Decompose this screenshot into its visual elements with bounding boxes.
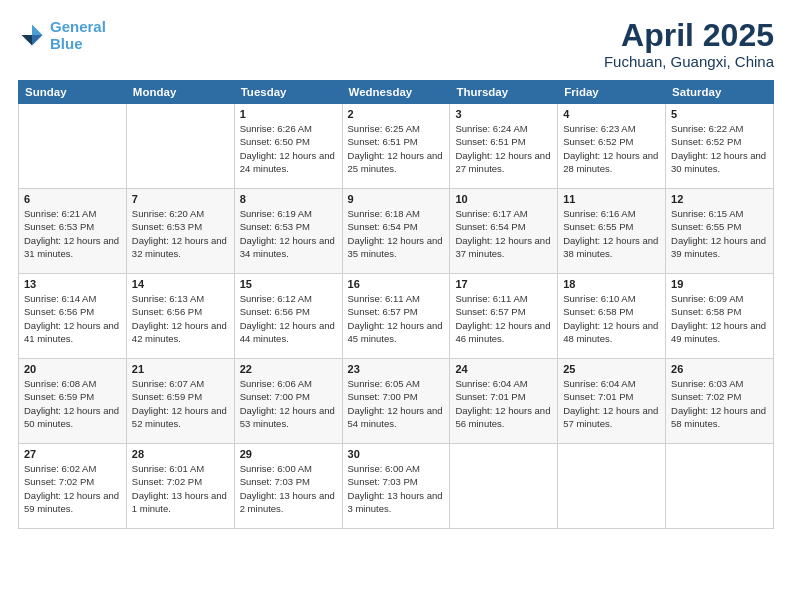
calendar-week-2: 6Sunrise: 6:21 AMSunset: 6:53 PMDaylight… <box>19 189 774 274</box>
day-info: Sunrise: 6:21 AMSunset: 6:53 PMDaylight:… <box>24 207 121 260</box>
col-tuesday: Tuesday <box>234 81 342 104</box>
day-info: Sunrise: 6:13 AMSunset: 6:56 PMDaylight:… <box>132 292 229 345</box>
calendar-subtitle: Fuchuan, Guangxi, China <box>604 53 774 70</box>
day-number: 15 <box>240 278 337 290</box>
day-info: Sunrise: 6:00 AMSunset: 7:03 PMDaylight:… <box>240 462 337 515</box>
day-number: 5 <box>671 108 768 120</box>
col-monday: Monday <box>126 81 234 104</box>
day-number: 28 <box>132 448 229 460</box>
day-number: 20 <box>24 363 121 375</box>
day-number: 2 <box>348 108 445 120</box>
day-info: Sunrise: 6:20 AMSunset: 6:53 PMDaylight:… <box>132 207 229 260</box>
calendar-cell: 28Sunrise: 6:01 AMSunset: 7:02 PMDayligh… <box>126 444 234 529</box>
calendar-cell <box>19 104 127 189</box>
day-info: Sunrise: 6:06 AMSunset: 7:00 PMDaylight:… <box>240 377 337 430</box>
day-number: 27 <box>24 448 121 460</box>
logo-text: General Blue <box>50 18 106 53</box>
calendar-cell: 2Sunrise: 6:25 AMSunset: 6:51 PMDaylight… <box>342 104 450 189</box>
calendar-cell: 27Sunrise: 6:02 AMSunset: 7:02 PMDayligh… <box>19 444 127 529</box>
day-info: Sunrise: 6:15 AMSunset: 6:55 PMDaylight:… <box>671 207 768 260</box>
calendar-cell: 5Sunrise: 6:22 AMSunset: 6:52 PMDaylight… <box>666 104 774 189</box>
day-number: 7 <box>132 193 229 205</box>
calendar-table: Sunday Monday Tuesday Wednesday Thursday… <box>18 80 774 529</box>
day-info: Sunrise: 6:22 AMSunset: 6:52 PMDaylight:… <box>671 122 768 175</box>
day-number: 14 <box>132 278 229 290</box>
day-number: 17 <box>455 278 552 290</box>
day-number: 19 <box>671 278 768 290</box>
calendar-cell: 12Sunrise: 6:15 AMSunset: 6:55 PMDayligh… <box>666 189 774 274</box>
calendar-cell <box>450 444 558 529</box>
calendar-cell: 18Sunrise: 6:10 AMSunset: 6:58 PMDayligh… <box>558 274 666 359</box>
calendar-week-4: 20Sunrise: 6:08 AMSunset: 6:59 PMDayligh… <box>19 359 774 444</box>
day-number: 26 <box>671 363 768 375</box>
day-number: 1 <box>240 108 337 120</box>
page: General Blue April 2025 Fuchuan, Guangxi… <box>0 0 792 612</box>
day-info: Sunrise: 6:01 AMSunset: 7:02 PMDaylight:… <box>132 462 229 515</box>
day-info: Sunrise: 6:23 AMSunset: 6:52 PMDaylight:… <box>563 122 660 175</box>
calendar-cell: 19Sunrise: 6:09 AMSunset: 6:58 PMDayligh… <box>666 274 774 359</box>
title-block: April 2025 Fuchuan, Guangxi, China <box>604 18 774 70</box>
calendar-week-3: 13Sunrise: 6:14 AMSunset: 6:56 PMDayligh… <box>19 274 774 359</box>
col-wednesday: Wednesday <box>342 81 450 104</box>
col-thursday: Thursday <box>450 81 558 104</box>
day-number: 29 <box>240 448 337 460</box>
day-number: 18 <box>563 278 660 290</box>
day-info: Sunrise: 6:09 AMSunset: 6:58 PMDaylight:… <box>671 292 768 345</box>
calendar-cell: 11Sunrise: 6:16 AMSunset: 6:55 PMDayligh… <box>558 189 666 274</box>
day-number: 9 <box>348 193 445 205</box>
calendar-cell: 20Sunrise: 6:08 AMSunset: 6:59 PMDayligh… <box>19 359 127 444</box>
day-info: Sunrise: 6:11 AMSunset: 6:57 PMDaylight:… <box>348 292 445 345</box>
day-info: Sunrise: 6:18 AMSunset: 6:54 PMDaylight:… <box>348 207 445 260</box>
calendar-cell: 6Sunrise: 6:21 AMSunset: 6:53 PMDaylight… <box>19 189 127 274</box>
col-friday: Friday <box>558 81 666 104</box>
calendar-cell: 24Sunrise: 6:04 AMSunset: 7:01 PMDayligh… <box>450 359 558 444</box>
col-sunday: Sunday <box>19 81 127 104</box>
day-number: 11 <box>563 193 660 205</box>
col-saturday: Saturday <box>666 81 774 104</box>
day-number: 16 <box>348 278 445 290</box>
day-number: 25 <box>563 363 660 375</box>
header-row: Sunday Monday Tuesday Wednesday Thursday… <box>19 81 774 104</box>
day-number: 21 <box>132 363 229 375</box>
day-info: Sunrise: 6:04 AMSunset: 7:01 PMDaylight:… <box>563 377 660 430</box>
day-info: Sunrise: 6:04 AMSunset: 7:01 PMDaylight:… <box>455 377 552 430</box>
calendar-cell: 4Sunrise: 6:23 AMSunset: 6:52 PMDaylight… <box>558 104 666 189</box>
calendar-cell: 25Sunrise: 6:04 AMSunset: 7:01 PMDayligh… <box>558 359 666 444</box>
day-info: Sunrise: 6:12 AMSunset: 6:56 PMDaylight:… <box>240 292 337 345</box>
day-number: 10 <box>455 193 552 205</box>
day-info: Sunrise: 6:10 AMSunset: 6:58 PMDaylight:… <box>563 292 660 345</box>
calendar-cell: 17Sunrise: 6:11 AMSunset: 6:57 PMDayligh… <box>450 274 558 359</box>
day-info: Sunrise: 6:19 AMSunset: 6:53 PMDaylight:… <box>240 207 337 260</box>
day-number: 23 <box>348 363 445 375</box>
day-info: Sunrise: 6:14 AMSunset: 6:56 PMDaylight:… <box>24 292 121 345</box>
day-info: Sunrise: 6:25 AMSunset: 6:51 PMDaylight:… <box>348 122 445 175</box>
day-info: Sunrise: 6:11 AMSunset: 6:57 PMDaylight:… <box>455 292 552 345</box>
header: General Blue April 2025 Fuchuan, Guangxi… <box>18 18 774 70</box>
day-info: Sunrise: 6:07 AMSunset: 6:59 PMDaylight:… <box>132 377 229 430</box>
calendar-cell: 29Sunrise: 6:00 AMSunset: 7:03 PMDayligh… <box>234 444 342 529</box>
calendar-cell: 21Sunrise: 6:07 AMSunset: 6:59 PMDayligh… <box>126 359 234 444</box>
day-info: Sunrise: 6:03 AMSunset: 7:02 PMDaylight:… <box>671 377 768 430</box>
day-number: 3 <box>455 108 552 120</box>
calendar-cell: 7Sunrise: 6:20 AMSunset: 6:53 PMDaylight… <box>126 189 234 274</box>
day-info: Sunrise: 6:16 AMSunset: 6:55 PMDaylight:… <box>563 207 660 260</box>
logo: General Blue <box>18 18 106 53</box>
day-number: 24 <box>455 363 552 375</box>
calendar-cell: 15Sunrise: 6:12 AMSunset: 6:56 PMDayligh… <box>234 274 342 359</box>
calendar-title: April 2025 <box>604 18 774 53</box>
day-number: 4 <box>563 108 660 120</box>
calendar-cell: 26Sunrise: 6:03 AMSunset: 7:02 PMDayligh… <box>666 359 774 444</box>
svg-marker-2 <box>32 35 43 46</box>
calendar-cell: 14Sunrise: 6:13 AMSunset: 6:56 PMDayligh… <box>126 274 234 359</box>
calendar-week-1: 1Sunrise: 6:26 AMSunset: 6:50 PMDaylight… <box>19 104 774 189</box>
calendar-cell: 8Sunrise: 6:19 AMSunset: 6:53 PMDaylight… <box>234 189 342 274</box>
day-number: 30 <box>348 448 445 460</box>
calendar-cell <box>558 444 666 529</box>
calendar-week-5: 27Sunrise: 6:02 AMSunset: 7:02 PMDayligh… <box>19 444 774 529</box>
day-number: 8 <box>240 193 337 205</box>
day-number: 12 <box>671 193 768 205</box>
day-info: Sunrise: 6:05 AMSunset: 7:00 PMDaylight:… <box>348 377 445 430</box>
day-number: 22 <box>240 363 337 375</box>
day-info: Sunrise: 6:08 AMSunset: 6:59 PMDaylight:… <box>24 377 121 430</box>
calendar-cell: 1Sunrise: 6:26 AMSunset: 6:50 PMDaylight… <box>234 104 342 189</box>
